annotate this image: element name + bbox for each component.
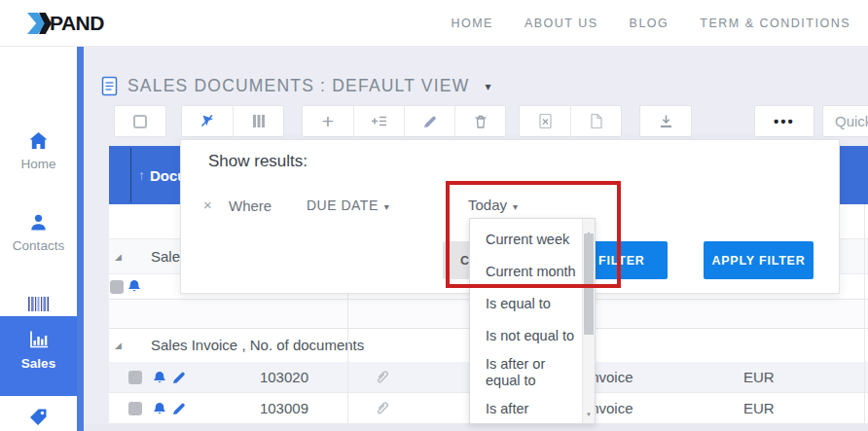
row-checkbox[interactable] [128, 371, 142, 384]
nav-link-term-conditions[interactable]: TERM & CONDITIONS [700, 17, 850, 30]
toolbar-group-export [519, 105, 622, 137]
sort-ascending-icon: ↑ [138, 167, 145, 183]
document-icon [101, 76, 118, 96]
sidebar-item-label: Contacts [0, 238, 77, 253]
sidebar-item-home[interactable]: Home [0, 125, 77, 171]
clear-filter-button[interactable] [182, 106, 233, 136]
bell-icon[interactable] [152, 370, 167, 386]
barcode-icon [0, 292, 77, 315]
toolbar-group-download [639, 105, 692, 137]
bell-icon[interactable] [152, 401, 167, 417]
sidebar-item-label: Home [0, 157, 77, 171]
paperclip-icon[interactable] [374, 369, 390, 386]
filter-panel-heading: Show results: [208, 152, 307, 171]
download-icon [658, 114, 674, 129]
table-bottom-strip [84, 424, 868, 431]
sidebar-accent-strip [77, 47, 84, 431]
top-navbar: PAND HOME ABOUT US BLOG TERM & CONDITION… [0, 0, 868, 47]
clear-filter-icon [199, 113, 216, 129]
field-dropdown-value: DUE DATE [307, 198, 379, 213]
column-divider [864, 204, 865, 424]
columns-icon [251, 114, 266, 128]
ellipsis-icon: ••• [774, 113, 795, 129]
dropdown-option[interactable]: Current week [486, 224, 579, 256]
nav-link-blog[interactable]: BLOG [630, 17, 669, 30]
user-icon [0, 210, 77, 233]
chevron-down-icon [384, 198, 390, 213]
app-screen: ↑ Document No. Sales Sales Invoice , No.… [0, 0, 868, 431]
sidebar-item-label: Sales [0, 356, 77, 371]
tag-icon [0, 405, 77, 428]
currency-cell: EUR [743, 400, 775, 416]
pencil-icon[interactable] [171, 401, 187, 416]
columns-button[interactable] [233, 106, 283, 136]
plus-icon: + [322, 111, 334, 131]
where-label: Where [229, 198, 271, 214]
export-excel-button[interactable] [520, 106, 570, 136]
excel-file-icon [537, 113, 554, 129]
collapse-group-icon[interactable] [115, 252, 122, 262]
scrollbar-thumb[interactable] [584, 233, 594, 335]
remove-condition-icon[interactable]: × [203, 197, 212, 213]
dropdown-option[interactable]: Is after [486, 393, 579, 425]
brand-logo[interactable]: PAND [27, 12, 104, 35]
value-dropdown-value: Today [468, 197, 507, 213]
value-dropdown[interactable]: Today [468, 197, 518, 213]
toolbar-group-filter [181, 105, 284, 137]
toolbar-group-edit: + [302, 105, 506, 137]
dropdown-option[interactable]: Current month [486, 256, 579, 288]
download-button[interactable] [640, 106, 691, 136]
pencil-icon [422, 114, 438, 129]
chevron-down-icon [513, 197, 518, 213]
trash-icon [473, 114, 488, 129]
paperclip-icon[interactable] [374, 400, 390, 417]
edit-button[interactable] [404, 106, 454, 136]
sidebar-item-contacts[interactable]: Contacts [0, 206, 77, 253]
scroll-down-icon[interactable] [583, 403, 595, 420]
add-to-list-icon [371, 114, 387, 128]
nav-link-home[interactable]: HOME [451, 17, 493, 30]
document-number-cell: 103009 [231, 400, 308, 416]
dropdown-option[interactable]: Is after or equal to [486, 352, 579, 393]
logo-text: PAND [50, 12, 104, 35]
table-header-divider [130, 148, 131, 202]
more-actions-button[interactable]: ••• [754, 105, 814, 137]
nav-links: HOME ABOUT US BLOG TERM & CONDITIONS [451, 0, 850, 47]
view-selector-chevron-down-icon[interactable] [485, 77, 490, 94]
bell-icon[interactable] [127, 278, 142, 295]
row-checkbox[interactable] [128, 402, 142, 415]
page-title-row: SALES DOCUMENTS : DEFAULT VIEW [101, 70, 490, 101]
export-pdf-button[interactable] [570, 106, 621, 136]
value-options-dropdown: Current week Current month Is equal to I… [469, 218, 596, 424]
add-button[interactable]: + [303, 106, 353, 136]
nav-link-about-us[interactable]: ABOUT US [524, 17, 598, 30]
field-dropdown[interactable]: DUE DATE [307, 198, 389, 213]
sidebar-item-tags[interactable] [0, 401, 77, 428]
page-title: SALES DOCUMENTS : DEFAULT VIEW [127, 76, 469, 96]
checkbox-icon [133, 115, 147, 128]
row-checkbox[interactable] [110, 280, 124, 294]
dropdown-option[interactable]: Is not equal to [486, 320, 579, 352]
apply-filter-button[interactable]: APPLY FILTER [704, 241, 814, 279]
currency-cell: EUR [743, 369, 775, 385]
collapse-group-icon[interactable] [115, 341, 122, 350]
toolbar-group-select [114, 105, 166, 137]
home-icon [0, 128, 77, 152]
bar-chart-icon [0, 328, 77, 351]
pencil-icon[interactable] [171, 370, 187, 385]
document-number-cell: 103020 [231, 369, 308, 385]
group-row-label: Sales Invoice , No. of documents [151, 337, 364, 353]
pdf-file-icon [588, 113, 604, 129]
select-all-button[interactable] [115, 106, 165, 136]
dropdown-options-list: Current week Current month Is equal to I… [470, 219, 579, 425]
dropdown-scrollbar[interactable] [582, 219, 595, 423]
add-to-list-button[interactable] [353, 106, 404, 136]
quick-search-input[interactable] [822, 105, 868, 137]
delete-button[interactable] [454, 106, 505, 136]
dropdown-option[interactable]: Is equal to [486, 288, 579, 320]
sidebar-item-sales[interactable]: Sales [0, 316, 77, 396]
